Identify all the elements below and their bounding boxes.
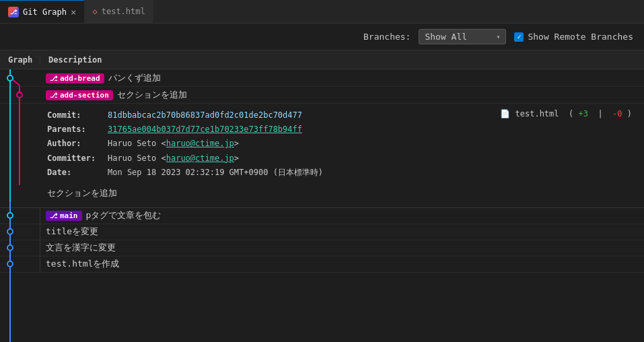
branch-icon2: ⎇: [50, 92, 58, 99]
detail-sep: |: [593, 109, 608, 118]
row-main-graph: [0, 207, 40, 224]
detail-plus: +3: [578, 109, 587, 118]
detail-paren-close: ): [627, 109, 632, 118]
row-main-desc: ⎇ main pタグで文章を包む: [40, 208, 644, 223]
detail-committer-name: Haruo Seto: [108, 152, 156, 165]
show-remote-checkbox[interactable]: ✓: [514, 32, 524, 42]
detail-file-change: 📄 test.html ( +3 | -0 ): [500, 109, 637, 118]
detail-parents-key: Parents:: [47, 123, 108, 136]
detail-minus: -0: [612, 109, 622, 118]
detail-message: セクションを追加: [47, 187, 323, 199]
detail-commit-val: 81dbbabcac2b70b86837ad0fd2c01de2bc70d477: [108, 109, 302, 122]
branch-icon: ⎇: [50, 75, 58, 82]
branch-tag-main: ⎇ main: [46, 211, 82, 221]
row-create[interactable]: test.htmlを作成: [0, 256, 644, 273]
detail-committer-email[interactable]: haruo@ctime.jp: [166, 152, 234, 165]
table-body: ⎇ add-bread パンくず追加 ⎇ add-section セクションを追…: [0, 69, 644, 342]
row-title-graph: [0, 224, 40, 240]
row-kanji-graph: [0, 240, 40, 256]
detail-panel: Commit: 81dbbabcac2b70b86837ad0fd2c01de2…: [0, 103, 644, 207]
tab-git-graph[interactable]: ⎇ Git Graph ×: [0, 0, 84, 23]
row-kanji-desc: 文言を漢字に変更: [40, 240, 644, 255]
commit-msg-kanji: 文言を漢字に変更: [46, 242, 116, 254]
tab-git-graph-label: Git Graph: [23, 7, 67, 17]
chevron-down-icon: ▾: [496, 33, 500, 40]
dot-add-bread: [7, 75, 13, 81]
row-create-graph: [0, 256, 40, 272]
branches-value: Show All: [425, 32, 467, 42]
detail-date-key: Date:: [47, 166, 108, 179]
dot-create: [7, 261, 13, 267]
detail-author-row: Author: Haruo Seto < haruo@ctime.jp >: [47, 137, 323, 150]
toolbar: Branches: Show All ▾ ✓ Show Remote Branc…: [0, 24, 644, 50]
detail-committer-close: >: [234, 152, 239, 165]
dot-title: [7, 228, 13, 235]
detail-date-val: Mon Sep 18 2023 02:32:19 GMT+0900 (日本標準時…: [108, 166, 323, 179]
detail-committer-key: Committer:: [47, 152, 108, 165]
row-add-bread-desc: ⎇ add-bread パンくず追加: [40, 69, 644, 87]
tab-test-html-label: test.html: [102, 7, 145, 16]
commit-msg-title: titleを変更: [46, 226, 98, 238]
detail-author-name: Haruo Seto: [108, 137, 156, 150]
branches-label: Branches:: [363, 32, 410, 42]
row-main[interactable]: ⎇ main pタグで文章を包む: [0, 208, 644, 224]
main-area: Graph Description ⎇ add-bread: [0, 50, 644, 342]
detail-content: Commit: 81dbbabcac2b70b86837ad0fd2c01de2…: [40, 109, 644, 199]
detail-graph-spacer: [0, 109, 40, 199]
branch-tag-add-section: ⎇ add-section: [46, 90, 113, 100]
branch-icon3: ⎇: [50, 212, 58, 219]
row-add-section-desc: ⎇ add-section セクションを追加: [40, 88, 644, 102]
detail-committer-row: Committer: Haruo Seto < haruo@ctime.jp >: [47, 152, 323, 165]
table-header: Graph Description: [0, 50, 644, 69]
detail-content-inner: Commit: 81dbbabcac2b70b86837ad0fd2c01de2…: [47, 109, 637, 199]
dot-main: [7, 212, 13, 219]
dot-add-section: [16, 92, 23, 98]
row-kanji[interactable]: 文言を漢字に変更: [0, 240, 644, 256]
row-add-bread-graph: [0, 69, 40, 87]
detail-parents-val[interactable]: 31765ae004b037d7d77ce1b70233e73ff78b94ff: [108, 123, 302, 136]
header-description: Description: [40, 55, 644, 65]
tab-test-html[interactable]: ◇ test.html: [84, 0, 153, 23]
commit-msg-add-bread: パンくず追加: [108, 72, 161, 84]
git-icon: ⎇: [8, 7, 19, 18]
show-remote-label: Show Remote Branches: [528, 32, 633, 42]
detail-author-key: Author:: [47, 137, 108, 150]
row-add-section-header: ⎇ add-section セクションを追加: [0, 87, 644, 103]
detail-author-close: >: [234, 137, 239, 150]
row-add-bread[interactable]: ⎇ add-bread パンくず追加: [0, 69, 644, 87]
row-add-section[interactable]: ⎇ add-section セクションを追加 Commit: 81dbbabca…: [0, 87, 644, 208]
detail-committer-sep: <: [156, 152, 166, 165]
detail-commit-key: Commit:: [47, 109, 108, 122]
commit-msg-create: test.htmlを作成: [46, 258, 119, 270]
detail-date-row: Date: Mon Sep 18 2023 02:32:19 GMT+0900 …: [47, 166, 323, 179]
detail-file-name[interactable]: test.html: [515, 109, 559, 118]
tab-bar: ⎇ Git Graph × ◇ test.html: [0, 0, 644, 24]
detail-file-space: (: [564, 109, 573, 118]
detail-author-email[interactable]: haruo@ctime.jp: [166, 137, 234, 150]
branch-tag-add-bread: ⎇ add-bread: [46, 73, 104, 83]
detail-meta: Commit: 81dbbabcac2b70b86837ad0fd2c01de2…: [47, 109, 323, 199]
commit-msg-add-section: セクションを追加: [117, 89, 187, 101]
file-icon: 📄: [500, 109, 510, 118]
commit-msg-main: pタグで文章を包む: [86, 209, 162, 221]
detail-parents-row: Parents: 31765ae004b037d7d77ce1b70233e73…: [47, 123, 323, 136]
tab-git-graph-close[interactable]: ×: [71, 7, 76, 17]
detail-author-sep: <: [156, 137, 166, 150]
html-icon: ◇: [92, 7, 97, 16]
branches-dropdown[interactable]: Show All ▾: [419, 29, 506, 44]
row-create-desc: test.htmlを作成: [40, 256, 644, 271]
detail-commit-row: Commit: 81dbbabcac2b70b86837ad0fd2c01de2…: [47, 109, 323, 122]
row-title-desc: titleを変更: [40, 224, 644, 239]
row-add-section-graph: [0, 86, 40, 104]
dot-kanji: [7, 244, 13, 251]
row-title[interactable]: titleを変更: [0, 224, 644, 240]
header-graph: Graph: [0, 55, 40, 65]
show-remote-checkbox-wrapper[interactable]: ✓ Show Remote Branches: [514, 32, 633, 42]
